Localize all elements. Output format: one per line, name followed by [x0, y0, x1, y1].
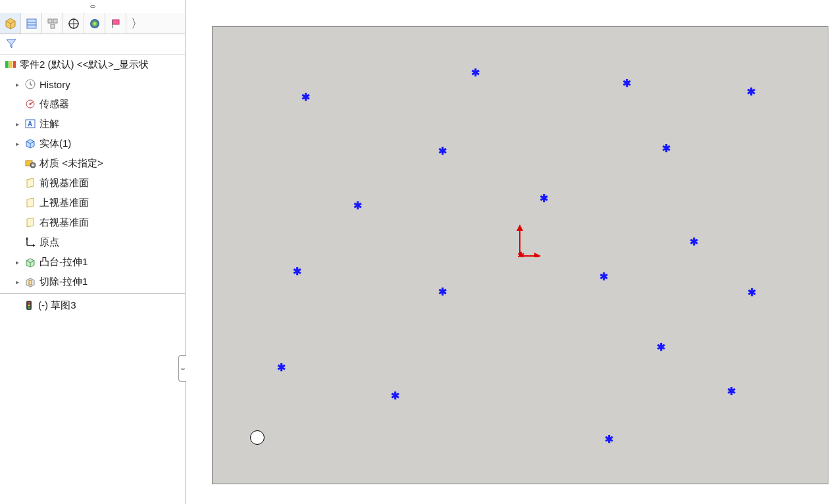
svg-point-22: [32, 164, 34, 166]
svg-point-29: [28, 301, 30, 303]
tree-item-label: 凸台-拉伸1: [39, 256, 88, 268]
solidbody-icon: [24, 137, 37, 150]
tab-display-manager[interactable]: [84, 13, 105, 34]
rollback-bar[interactable]: [0, 293, 185, 294]
tree-item-sensors[interactable]: ▸ 传感器: [0, 94, 185, 114]
tab-configuration-manager[interactable]: [42, 13, 63, 34]
tree-item-origin[interactable]: ▸ 原点: [0, 232, 185, 252]
svg-point-9: [90, 19, 99, 28]
svg-rect-10: [113, 20, 119, 24]
property-manager-icon: [25, 17, 38, 30]
feature-tree: 零件2 (默认) <<默认>_显示状 ▸ History ▸ 传感器 ▸ A 注…: [0, 55, 185, 315]
sketch-point[interactable]: ✱: [292, 267, 301, 276]
sensor-icon: [24, 97, 37, 111]
sketch-point[interactable]: ✱: [301, 93, 310, 102]
tree-item-right-plane[interactable]: ▸ 右视基准面: [0, 213, 185, 232]
tree-item-label: History: [39, 79, 70, 90]
origin-icon: [24, 236, 37, 249]
sketch-point[interactable]: ✱: [390, 391, 399, 401]
tab-feature-tree[interactable]: [0, 13, 21, 34]
svg-rect-14: [13, 61, 16, 68]
tree-root-label: 零件2 (默认) <<默认>_显示状: [20, 59, 149, 71]
sketch-point[interactable]: ✱: [353, 201, 362, 211]
svg-rect-0: [27, 19, 36, 28]
svg-rect-12: [5, 61, 9, 68]
expander-icon[interactable]: ▸: [13, 80, 21, 88]
panel-grip[interactable]: [0, 0, 185, 13]
tab-appearance[interactable]: [105, 13, 126, 34]
tree-item-label: 原点: [39, 236, 59, 249]
tree-item-editing-sketch[interactable]: (-) 草图3: [0, 295, 185, 315]
sketch-point[interactable]: ✱: [438, 147, 447, 156]
sketch-face[interactable]: ✱ ✱ ✱ ✱ ✱ ✱ ✱ ✱ ✱ ✱ ✱ ✱ ✱ ✱ ✱ ✱ ✱ ✱ ✱: [212, 26, 828, 484]
sketch-origin-icon: ✱: [515, 224, 541, 257]
tree-item-history[interactable]: ▸ History: [0, 74, 185, 94]
sketch-point[interactable]: ✱: [539, 194, 548, 203]
material-icon: [24, 157, 37, 170]
tree-item-solidbodies[interactable]: ▸ 实体(1): [0, 134, 185, 153]
tree-item-label: 上视基准面: [39, 197, 89, 209]
svg-rect-4: [53, 19, 57, 23]
tree-item-annotations[interactable]: ▸ A 注解: [0, 114, 185, 134]
tree-item-label: 前视基准面: [39, 177, 89, 189]
filter-bar: [0, 34, 185, 54]
tree-item-label: 切除-拉伸1: [39, 276, 88, 288]
sketch-point[interactable]: ✱: [438, 288, 447, 297]
graphics-viewport[interactable]: ✱ ✱ ✱ ✱ ✱ ✱ ✱ ✱ ✱ ✱ ✱ ✱ ✱ ✱ ✱ ✱ ✱ ✱ ✱: [186, 0, 835, 504]
tree-item-top-plane[interactable]: ▸ 上视基准面: [0, 193, 185, 213]
tree-item-label: 实体(1): [39, 138, 71, 150]
tree-item-boss-extrude[interactable]: ▸ 凸台-拉伸1: [0, 252, 185, 272]
svg-point-30: [28, 304, 30, 306]
sketch-point[interactable]: ✱: [746, 88, 755, 97]
cursor-circle-icon: [250, 430, 265, 445]
filter-icon[interactable]: [5, 38, 17, 51]
plane-icon: [24, 176, 37, 189]
tree-item-material[interactable]: ▸ 材质 <未指定>: [0, 153, 185, 173]
svg-rect-5: [51, 24, 55, 28]
sketch-point[interactable]: ✱: [726, 387, 736, 396]
app-root: 〉 零件2 (默认) <<默认>_显示状 ▸ History ▸: [0, 0, 835, 504]
panel-collapse-tab[interactable]: [178, 355, 186, 382]
tree-item-label: (-) 草图3: [38, 299, 76, 312]
sketch-point[interactable]: ✱: [661, 144, 671, 153]
tab-overflow-button[interactable]: 〉: [126, 13, 147, 34]
feature-tree-icon: [4, 17, 17, 30]
sketch-point[interactable]: ✱: [622, 79, 631, 88]
expander-icon[interactable]: ▸: [13, 278, 21, 286]
tree-item-cut-extrude[interactable]: ▸ 切除-拉伸1: [0, 272, 185, 291]
svg-marker-25: [26, 237, 28, 239]
feature-manager-panel: 〉 零件2 (默认) <<默认>_显示状 ▸ History ▸: [0, 0, 186, 504]
cut-extrude-icon: [24, 275, 37, 288]
tree-item-label: 右视基准面: [39, 216, 89, 229]
expander-icon[interactable]: ▸: [13, 258, 21, 266]
tree-root[interactable]: 零件2 (默认) <<默认>_显示状: [0, 55, 185, 74]
svg-marker-26: [33, 244, 36, 247]
expander-icon[interactable]: ▸: [13, 139, 21, 147]
sketch-point[interactable]: ✱: [689, 238, 698, 247]
sketch-point[interactable]: ✱: [656, 343, 665, 352]
tree-item-label: 传感器: [39, 98, 69, 111]
panel-tabstrip: 〉: [0, 13, 185, 34]
sketch-point[interactable]: ✱: [747, 288, 756, 297]
sketch-point[interactable]: ✱: [276, 363, 286, 372]
svg-point-17: [30, 103, 32, 105]
svg-rect-13: [9, 61, 13, 68]
sketch-point[interactable]: ✱: [599, 272, 608, 282]
part-icon: [4, 58, 17, 71]
plane-icon: [24, 216, 37, 229]
svg-marker-35: [534, 253, 541, 257]
annotation-icon: A: [24, 117, 37, 130]
svg-point-31: [28, 307, 30, 309]
history-icon: [24, 78, 37, 91]
tree-item-front-plane[interactable]: ▸ 前视基准面: [0, 173, 185, 193]
svg-rect-27: [29, 280, 32, 285]
sketch-point[interactable]: ✱: [470, 68, 480, 78]
svg-text:✱: ✱: [517, 250, 525, 257]
svg-rect-3: [48, 19, 52, 23]
sketch-point[interactable]: ✱: [604, 435, 613, 444]
svg-text:A: A: [28, 120, 32, 128]
tab-dimxpert[interactable]: [63, 13, 84, 34]
expander-icon[interactable]: ▸: [13, 120, 21, 128]
tab-property-manager[interactable]: [21, 13, 42, 34]
configuration-icon: [46, 17, 59, 30]
